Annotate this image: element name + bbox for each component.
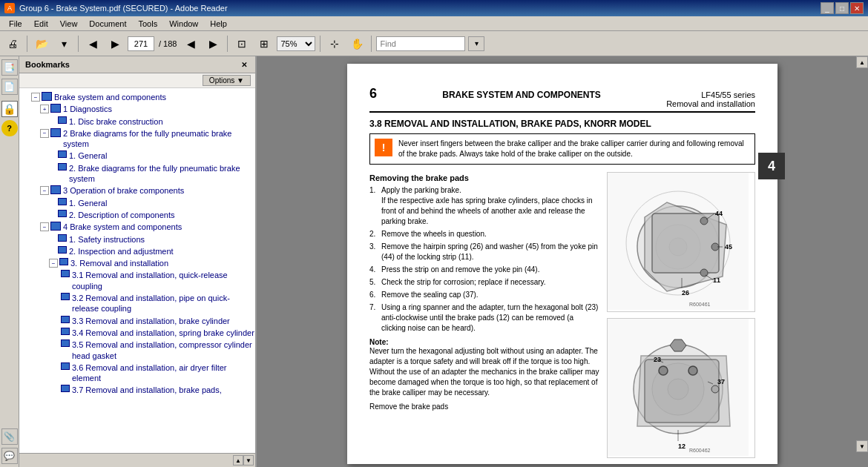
bm-page-icon (58, 198, 67, 205)
bookmarks-list: − Brake system and components + 1 Diagno… (19, 88, 255, 453)
svg-text:11: 11 (713, 276, 720, 284)
bookmark-label: 3 Operation of brake components (63, 185, 255, 196)
menu-window[interactable]: Window (163, 18, 204, 30)
bookmarks-scroll-up[interactable]: ▲ (233, 455, 243, 466)
svg-text:R600461: R600461 (689, 302, 711, 307)
pan-button[interactable]: ✋ (347, 34, 366, 53)
bookmark-operation[interactable]: − 3 Operation of brake components (19, 185, 255, 196)
page-total: / 188 (159, 39, 177, 48)
bm-page-icon (61, 270, 70, 277)
close-bookmarks-button[interactable]: ✕ (239, 59, 249, 70)
step-3: 3.Remove the hairpin spring (26) and was… (369, 242, 599, 262)
bm-page-icon (58, 150, 67, 158)
bookmark-root[interactable]: − Brake system and components (19, 91, 255, 103)
bookmark-general1[interactable]: 1. General (19, 150, 255, 162)
close-button[interactable]: ✕ (850, 2, 864, 14)
pdf-title: BRAKE SYSTEM AND COMPONENTS (384, 90, 659, 100)
menu-file[interactable]: File (3, 18, 28, 30)
pages-panel-toggle[interactable]: 📄 (1, 79, 18, 95)
bm-page-icon (58, 163, 67, 170)
bookmark-brake-system[interactable]: − 4 Brake system and components (19, 221, 255, 233)
brake-diagram-2: 23 37 12 R600462 (607, 318, 755, 458)
bookmarks-title: Bookmarks (25, 60, 70, 69)
bookmark-diagnostics[interactable]: + 1 Diagnostics (19, 103, 255, 115)
bookmark-label: 3.2 Removal and installation, pipe on qu… (72, 293, 255, 314)
expand-icon[interactable]: − (40, 186, 49, 195)
expand-icon[interactable]: − (31, 93, 40, 102)
bookmark-brake-diagrams[interactable]: − 2 Brake diagrams for the fully pneumat… (19, 127, 255, 150)
svg-text:37: 37 (717, 378, 725, 385)
bookmark-rm36[interactable]: 3.6 Removal and installation, air dryer … (19, 362, 255, 385)
bookmark-general2[interactable]: 1. General (19, 197, 255, 209)
expand-icon[interactable]: + (40, 105, 49, 113)
prev-page-button[interactable]: ◀ (181, 34, 200, 53)
select-button[interactable]: ⊹ (325, 34, 344, 53)
next-page-button[interactable]: ▶ (203, 34, 223, 53)
bookmarks-options-button[interactable]: Options ▼ (203, 75, 251, 86)
bookmark-rm31[interactable]: 3.1 Removal and installation, quick-rele… (19, 269, 255, 292)
bookmark-label: 2. Description of components (69, 210, 255, 220)
toolbar-separator-5 (371, 36, 372, 52)
warning-text: Never insert fingers between the brake c… (398, 139, 750, 159)
zoom-fit-button[interactable]: ⊡ (232, 34, 251, 53)
bm-page-icon (61, 362, 70, 370)
bookmark-description[interactable]: 2. Description of components (19, 209, 255, 221)
zoom-page-button[interactable]: ⊞ (254, 34, 274, 53)
menu-edit[interactable]: Edit (28, 18, 54, 30)
print-button[interactable]: 🖨 (3, 34, 22, 53)
search-button[interactable]: ▾ (468, 36, 484, 51)
bookmark-inspection[interactable]: 2. Inspection and adjustment (19, 245, 255, 257)
nav-dropdown-button[interactable]: ▾ (54, 34, 73, 53)
pdf-scroll-up[interactable]: ▲ (856, 56, 868, 68)
svg-rect-5 (652, 213, 719, 273)
svg-rect-22 (645, 360, 719, 423)
bookmark-label: 3.1 Removal and installation, quick-rele… (72, 270, 255, 291)
bookmark-removal[interactable]: − 3. Removal and installation (19, 257, 255, 269)
bookmark-label: 3.7 Removal and installation, brake pads… (72, 385, 255, 395)
step-6: 6.Remove the sealing cap (37). (369, 290, 599, 300)
bookmarks-toolbar: Options ▼ (19, 73, 255, 88)
expand-icon[interactable]: − (49, 259, 58, 268)
expand-icon[interactable]: − (40, 222, 49, 231)
step-7: 7.Using a ring spanner and the adapter, … (369, 302, 599, 334)
menu-document[interactable]: Document (83, 18, 132, 30)
bookmarks-panel-toggle[interactable]: 📑 (1, 59, 18, 76)
comments-button[interactable]: 💬 (1, 448, 18, 464)
zoom-select[interactable]: 75% 100% 125% 150% (277, 36, 315, 51)
toolbar-separator-3 (227, 36, 228, 52)
pdf-scroll-down[interactable]: ▼ (856, 440, 868, 452)
maximize-button[interactable]: □ (835, 2, 849, 14)
back-button[interactable]: ◀ (83, 34, 102, 53)
expand-icon[interactable]: − (40, 129, 49, 138)
sidebar-tools: 📑 📄 🔒 ? 📎 💬 (0, 56, 19, 467)
bookmark-rm34[interactable]: 3.4 Removal and installation, spring bra… (19, 327, 255, 339)
bookmark-label: 2. Brake diagrams for the fully pneumati… (69, 163, 255, 185)
minimize-button[interactable]: _ (821, 2, 834, 14)
bookmark-disc-brake[interactable]: 1. Disc brake construction (19, 116, 255, 127)
note-box: Note: Never turn the hexagonal adjusting… (369, 338, 599, 398)
menu-view[interactable]: View (54, 18, 84, 30)
open-button[interactable]: 📂 (32, 34, 51, 53)
menu-tools[interactable]: Tools (133, 18, 164, 30)
pdf-content-area[interactable]: ▲ 4 6 BRAKE SYSTEM AND COMPONENTS LF45/5… (257, 56, 868, 467)
bookmark-label: 2 Brake diagrams for the fully pneumatic… (63, 128, 255, 150)
bookmark-rm37[interactable]: 3.7 Removal and installation, brake pads… (19, 384, 255, 396)
bm-page-icon (50, 104, 61, 113)
bookmark-rm33[interactable]: 3.3 Removal and installation, brake cyli… (19, 315, 255, 327)
svg-point-23 (659, 366, 668, 375)
forward-button[interactable]: ▶ (105, 34, 125, 53)
info-button[interactable]: ? (1, 120, 18, 136)
bookmark-brake-diag2[interactable]: 2. Brake diagrams for the fully pneumati… (19, 162, 255, 185)
page-number-input[interactable] (128, 36, 154, 51)
bookmark-safety[interactable]: 1. Safety instructions (19, 234, 255, 245)
bookmarks-header: Bookmarks ✕ (19, 56, 255, 73)
bookmarks-scroll-down[interactable]: ▼ (243, 455, 254, 466)
search-input[interactable] (376, 36, 465, 51)
pdf-page: 4 6 BRAKE SYSTEM AND COMPONENTS LF45/55 … (347, 64, 777, 464)
svg-point-25 (711, 385, 719, 393)
bookmark-label: Brake system and components (54, 92, 255, 102)
bookmark-rm35[interactable]: 3.5 Removal and installation, compressor… (19, 339, 255, 362)
attachment-button[interactable]: 📎 (1, 428, 18, 445)
bookmark-rm32[interactable]: 3.2 Removal and installation, pipe on qu… (19, 292, 255, 315)
menu-help[interactable]: Help (204, 18, 233, 30)
